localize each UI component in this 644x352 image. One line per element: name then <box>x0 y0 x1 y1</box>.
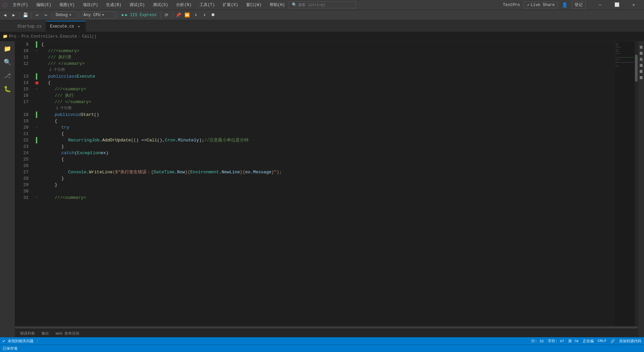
scrollbar-thumb[interactable] <box>635 55 638 82</box>
bottom-tab-1[interactable]: 输出 <box>39 330 52 337</box>
toolbar-back[interactable]: ◀ <box>1 11 9 19</box>
code-line[interactable]: 2 个引用 <box>41 67 614 73</box>
minimap-line <box>615 46 617 47</box>
fold-button[interactable]: − <box>36 196 38 200</box>
toolbar-undo[interactable]: ↩ <box>34 11 41 19</box>
right-panel-icon-4[interactable]: 团队资源管理器 <box>639 67 644 72</box>
cpu-config-dropdown[interactable]: Any CPU ▾ <box>82 11 115 19</box>
toolbar-redo[interactable]: ↪ <box>42 11 50 19</box>
code-lines[interactable]: {/// <summary>/// 执行类/// </summary>2 个引用… <box>40 41 614 326</box>
code-line[interactable]: Console.WriteLine($"执行发生错误：{DateTime.Now… <box>41 169 614 175</box>
breadcrumb-namespace[interactable]: Pro.Controllers.Execute <box>21 34 77 39</box>
status-encoding[interactable]: 正在编 <box>583 339 594 344</box>
menu-view[interactable]: 视图(V) <box>58 1 76 8</box>
code-line[interactable] <box>41 163 614 169</box>
right-panel-icon-5[interactable]: 解决方案资源管理器 <box>639 73 644 78</box>
toolbar-forward[interactable]: ▶ <box>10 11 17 19</box>
search-box[interactable]: 🔍 搜索 (Ctrl+Q) <box>289 1 356 8</box>
sidebar-debug[interactable]: 🐛 <box>1 83 13 95</box>
line-number: 22 <box>16 137 31 143</box>
code-line[interactable]: catch (Exception ex) <box>41 150 614 156</box>
menu-tools[interactable]: 工具(T) <box>198 1 216 8</box>
sidebar-search[interactable]: 🔍 <box>1 56 13 68</box>
code-line[interactable]: /// </summary> <box>41 99 614 105</box>
code-line[interactable]: { <box>41 118 614 124</box>
code-line[interactable]: } <box>41 143 614 150</box>
vertical-scrollbar[interactable] <box>635 41 638 326</box>
code-line[interactable]: try <box>41 124 614 131</box>
code-line[interactable]: /// <summary> <box>41 86 614 92</box>
code-line[interactable]: { <box>41 156 614 163</box>
fold-button[interactable]: − <box>36 49 38 53</box>
fold-button[interactable]: − <box>36 87 38 91</box>
status-add-source[interactable]: 添加到源代码 <box>619 339 641 344</box>
breadcrumb-member[interactable]: Call() <box>82 34 97 39</box>
menu-file[interactable]: 文件(F) <box>11 1 30 8</box>
code-line[interactable]: RecurringJob.AddOrUpdate(() => Call(), C… <box>41 137 614 143</box>
right-panel-icon-1[interactable]: 服务器资源管理器 <box>639 49 644 53</box>
tab-startup[interactable]: Startup.cs <box>13 21 46 32</box>
code-line[interactable]: public class Execute <box>41 73 614 80</box>
breadcrumb-project[interactable]: Pro <box>9 34 16 39</box>
menu-analyze[interactable]: 分析(N) <box>175 1 193 8</box>
code-line[interactable]: { <box>41 131 614 137</box>
horizontal-scrollbar[interactable] <box>15 326 638 329</box>
menu-extensions[interactable]: 扩展(X) <box>221 1 239 8</box>
sidebar-explorer[interactable]: 📁 <box>1 43 13 55</box>
right-panel-icon-0[interactable]: 资源视图 <box>639 43 644 47</box>
menu-project[interactable]: 项目(P) <box>82 1 100 8</box>
status-position[interactable]: 行: 32 <box>531 339 544 344</box>
code-line[interactable]: 1 个引用 <box>41 105 614 112</box>
gutter-line: − <box>33 48 40 54</box>
gutter-line <box>33 182 40 188</box>
close-button[interactable]: ✕ <box>626 0 641 10</box>
toolbar-step-out[interactable]: ⬆ <box>201 11 208 19</box>
code-line[interactable]: /// <summary> <box>41 48 614 54</box>
toolbar: ◀ ▶ 💾 ↩ ↪ Debug ▾ Any CPU ▾ ▶ ▶ IIS Expr… <box>0 10 644 20</box>
gutter-line <box>33 60 40 67</box>
bottom-tab-2[interactable]: Web 发布活动 <box>53 330 82 337</box>
debug-config-dropdown[interactable]: Debug ▾ <box>54 11 77 19</box>
toolbar-step-over[interactable]: ⏩ <box>183 11 191 19</box>
code-line[interactable]: /// 执行类 <box>41 54 614 60</box>
tab-execute-close[interactable]: ✕ <box>76 24 82 29</box>
code-line[interactable]: } <box>41 182 614 188</box>
run-button[interactable]: ▶ ▶ IIS Express <box>120 12 159 18</box>
minimize-button[interactable]: — <box>592 0 608 10</box>
code-line[interactable]: /// <summary> <box>41 194 614 201</box>
menu-debug[interactable]: 调试(D) <box>128 1 146 8</box>
fold-button[interactable]: − <box>36 126 38 129</box>
code-line[interactable]: { <box>41 41 614 48</box>
breadcrumb-sep-1: › <box>18 34 20 39</box>
restore-button[interactable]: ⬜ <box>609 0 625 10</box>
scrollbar-h-track[interactable] <box>15 326 638 328</box>
code-line[interactable] <box>41 188 614 194</box>
status-source-control-icon: 🔗 <box>610 339 615 343</box>
menu-window[interactable]: 窗口(W) <box>245 1 263 8</box>
bottom-tab-0[interactable]: 错误列表 <box>17 330 38 337</box>
tab-execute[interactable]: Execute.cs ✕ <box>46 21 86 32</box>
right-panel-icon-2[interactable]: 代码更改 <box>639 55 644 59</box>
toolbar-save-all[interactable]: 💾 <box>22 11 29 19</box>
live-share-button[interactable]: ↗ Live Share <box>524 1 558 8</box>
code-line[interactable]: public void Start() <box>41 112 614 118</box>
toolbar-pin[interactable]: 📌 <box>175 11 182 19</box>
toolbar-step-in[interactable]: ⬇ <box>192 11 200 19</box>
code-line[interactable]: /// 执行 <box>41 92 614 99</box>
sidebar-git[interactable]: ⎇ <box>1 70 13 82</box>
line-number: 13 <box>16 73 31 80</box>
register-button[interactable]: 登记 <box>572 1 586 9</box>
code-token: { <box>55 118 57 124</box>
toolbar-attach[interactable]: ⟳ <box>163 11 170 19</box>
code-line[interactable]: /// </summary> <box>41 60 614 67</box>
menu-test[interactable]: 测试(S) <box>152 1 170 8</box>
toolbar-breakpoints[interactable]: ⏺ <box>210 11 217 19</box>
debug-config-arrow: ▾ <box>69 12 71 17</box>
menu-build[interactable]: 生成(B) <box>105 1 123 8</box>
menu-help[interactable]: 帮助(H) <box>268 1 286 8</box>
code-line[interactable]: { <box>41 80 614 86</box>
code-line[interactable]: } <box>41 175 614 182</box>
menu-edit[interactable]: 编辑(E) <box>35 1 53 8</box>
right-panel-icon-3[interactable]: 测试资源管理器 <box>639 61 644 65</box>
status-line-ending[interactable]: CRLF <box>598 339 606 343</box>
